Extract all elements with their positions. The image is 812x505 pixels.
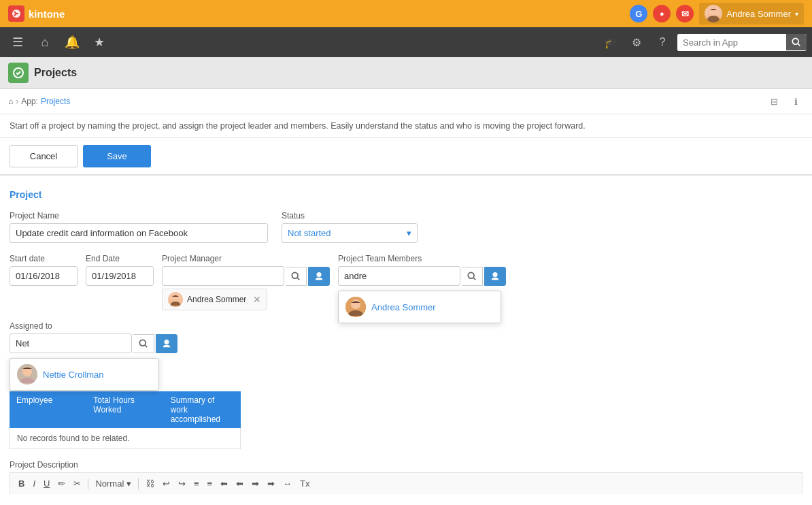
ol-btn[interactable]: ≡ [205,477,216,490]
cancel-button[interactable]: Cancel [10,145,78,167]
project-team-search-btn[interactable] [462,267,483,286]
project-team-input[interactable] [338,266,460,286]
page-header: Projects [0,57,812,89]
nettie-suggestion-item[interactable]: Nettie Crollman [10,359,158,390]
start-date-input[interactable] [10,266,78,286]
user-area[interactable]: Andrea Sommer ▾ [699,3,804,25]
page-icon [8,63,29,83]
svg-point-11 [468,272,474,278]
favorites-icon[interactable]: ★ [87,30,112,54]
assigned-to-input[interactable] [10,333,132,353]
home-breadcrumb-icon[interactable]: ⌂ [8,97,13,106]
breadcrumb-bar: ⌂ › App: Projects ⊟ ℹ [0,89,812,114]
end-date-field-group: End Date [86,254,154,286]
chevron-down-icon: ▾ [795,10,798,18]
assigned-to-search-btn[interactable] [133,334,154,353]
nettie-suggestion-name: Nettie Crollman [43,370,104,380]
kintone-logo: kintone [8,5,65,22]
learn-icon[interactable]: 🎓 [600,31,622,53]
highlight-btn[interactable]: ✂ [71,477,84,490]
bold-btn[interactable]: B [16,477,27,490]
logo-icon [8,5,24,22]
google-ext-icon[interactable]: G [630,5,647,22]
underline-btn[interactable]: U [41,477,52,490]
project-team-input-row [338,266,506,286]
project-manager-user-btn[interactable] [308,267,330,286]
breadcrumb-link[interactable]: Projects [41,97,70,106]
strikethrough-btn[interactable]: ✏ [55,477,68,490]
svg-line-5 [798,44,800,46]
suggestion-avatar [345,297,366,317]
home-icon[interactable]: ⌂ [33,30,57,54]
assigned-to-user-btn[interactable] [156,334,177,353]
description-text: Start off a project by naming the projec… [10,121,586,131]
svg-point-2 [707,16,720,22]
end-date-input[interactable] [86,266,154,286]
project-name-input[interactable] [10,223,268,243]
indent-right-btn[interactable]: ➡ [249,477,262,490]
grammarly-ext-icon[interactable]: ● [653,5,671,22]
col-employee: Employee [10,391,86,428]
assigned-suggestion-dropdown: Nettie Crollman [10,358,159,391]
chip-remove-btn[interactable]: ✕ [253,294,261,305]
svg-point-16 [139,340,146,346]
settings-icon[interactable]: ⚙ [626,31,647,53]
svg-point-9 [317,272,322,276]
search-button[interactable] [786,34,807,50]
undo-btn[interactable]: ↩ [160,477,173,490]
svg-point-4 [792,38,798,44]
svg-point-15 [351,299,360,309]
section-title: Project [10,189,802,200]
avatar [705,5,722,22]
link-btn[interactable]: ⛓ [143,477,157,490]
clear-format-btn[interactable]: Tx [297,477,312,490]
project-manager-input[interactable] [162,266,284,286]
redo-btn[interactable]: ↪ [175,477,188,490]
project-manager-field-group: Project Manager [162,254,330,310]
svg-point-7 [292,272,298,278]
user-name: Andrea Sommer [726,9,791,19]
dates-manager-team-row: Start date End Date Project Manager [10,254,802,310]
mail-ext-icon[interactable]: ✉ [676,5,694,22]
end-date-label: End Date [86,254,154,263]
ul-btn[interactable]: ≡ [191,477,202,490]
top-bar-left: kintone [8,5,65,22]
related-table-header: Employee Total Hours Worked Summary of w… [10,391,241,428]
chip-name: Andrea Sommer [187,295,246,304]
project-team-user-btn[interactable] [484,267,506,286]
font-size-btn[interactable]: Normal ▾ [92,477,134,490]
help-icon[interactable]: ? [652,31,673,53]
assigned-to-picker-wrap: Nettie Crollman [10,333,177,353]
col-hours: Total Hours Worked [86,391,163,428]
nav-left: ☰ ⌂ 🔔 ★ [5,30,112,54]
suggestion-item[interactable]: Andrea Sommer [339,291,501,323]
filter-icon[interactable]: ⊟ [766,93,782,110]
search-container [677,34,807,51]
project-manager-picker: Andrea Sommer ✕ [162,266,330,310]
project-manager-search-btn[interactable] [286,267,307,286]
breadcrumb-separator: › [16,97,18,106]
horizontal-rule-btn[interactable]: ↔ [280,477,294,490]
save-button[interactable]: Save [83,145,151,167]
logo-text: kintone [29,8,65,20]
chip-avatar [168,292,183,307]
indent-right2-btn[interactable]: ➡ [265,477,277,490]
indent-left2-btn[interactable]: ⬅ [233,477,246,490]
indent-left-btn[interactable]: ⬅ [218,477,231,490]
info-icon[interactable]: ℹ [788,93,804,110]
project-name-status-row: Project Name Status Not started ▾ [10,211,802,243]
project-manager-label: Project Manager [162,254,330,263]
assigned-to-section: Assigned to [10,321,802,353]
hamburger-icon[interactable]: ☰ [5,30,30,54]
project-team-field-group: Project Team Members [338,254,506,286]
svg-line-12 [473,278,475,280]
form-content: Project Project Name Status Not started … [0,176,812,505]
search-input[interactable] [677,34,786,51]
italic-btn[interactable]: I [30,477,38,490]
assigned-to-input-row [10,333,177,353]
svg-point-18 [165,339,169,344]
status-dropdown[interactable]: Not started ▾ [282,223,418,243]
notification-icon[interactable]: 🔔 [60,30,84,54]
top-bar: kintone G ● ✉ Andrea Sommer ▾ [0,0,812,27]
related-table: Employee Total Hours Worked Summary of w… [10,391,241,449]
